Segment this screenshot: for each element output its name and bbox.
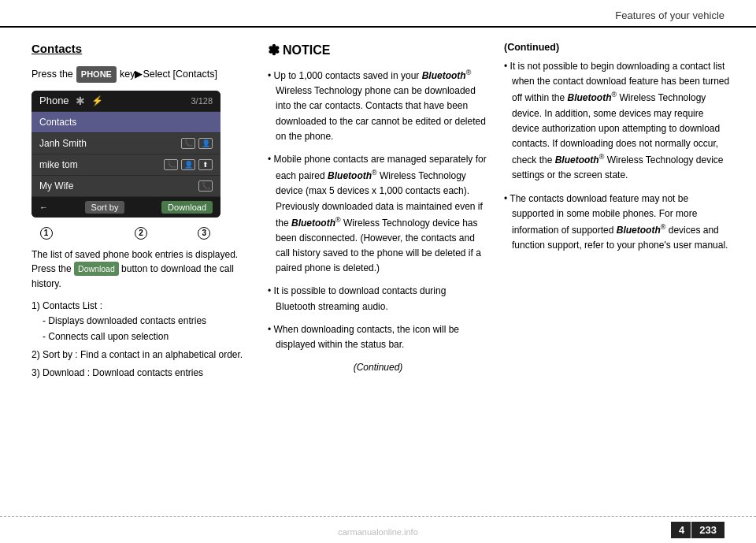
middle-column: ✽ NOTICE Up to 1,000 contacts saved in y… [260, 42, 488, 508]
page-header: Features of your vehicle [0, 0, 756, 28]
section-title: Contacts [32, 42, 252, 55]
page-section: 4 [671, 522, 691, 538]
contact-name-wife: My Wife [39, 180, 73, 192]
continued-middle: (Continued) [268, 360, 488, 375]
right-item-2: The contacts download feature may not be… [504, 192, 732, 254]
reg-right-3: ® [661, 223, 666, 231]
wife-icons: 📞 [198, 180, 213, 192]
right-column: (Continued) It is not possible to begin … [496, 42, 732, 508]
mike-extra-icon-box: ⬆ [198, 159, 213, 170]
list-item-3: 3) Download : Download contacts entries [32, 366, 252, 381]
phone-title: Phone [39, 95, 69, 106]
janh-icons: 📞 👤 [181, 138, 213, 149]
list-items: 1) Contacts List : - Displays downloaded… [32, 299, 252, 381]
contact-list-area: Contacts Janh Smith 📞 👤 mike tom 📞 👤 [32, 112, 220, 196]
contact-row-contacts: Contacts [32, 112, 220, 132]
contact-count: 3/128 [191, 96, 213, 106]
mike-icons: 📞 👤 ⬆ [164, 159, 213, 170]
notice-item-3: It is possible to download contacts duri… [268, 284, 488, 314]
bluetooth-right-2: Bluetooth [555, 154, 599, 166]
circle-2: 2 [135, 227, 147, 240]
notice-list: Up to 1,000 contacts saved in your Bluet… [268, 67, 488, 352]
bluetooth-ref-1: Bluetooth [422, 70, 466, 81]
circle-3: 3 [198, 227, 210, 240]
notice-star: ✽ [268, 42, 280, 59]
mike-phone-icon: 📞 [167, 161, 176, 169]
notice-title: NOTICE [283, 43, 330, 58]
watermark: carmanualonline.info [338, 527, 418, 537]
person-icon: 👤 [202, 139, 210, 147]
bluetooth-ref-2: Bluetooth [328, 170, 372, 181]
reg-right-1: ® [612, 91, 617, 99]
sort-by-button[interactable]: Sort by [85, 201, 125, 214]
phone-icon-box: 📞 [181, 138, 195, 149]
notice-header: ✽ NOTICE [268, 42, 488, 59]
list-item-2: 2) Sort by : Find a contact in an alphab… [32, 348, 252, 363]
notice-item-4: When downloading contacts, the icon will… [268, 322, 488, 352]
reg-right-2: ® [599, 153, 605, 161]
back-icon: ← [39, 203, 48, 212]
mike-extra-icon: ⬆ [202, 161, 209, 169]
download-inline-btn[interactable]: Download [74, 262, 119, 276]
contact-name-janh: Janh Smith [39, 138, 87, 149]
contact-row-janh: Janh Smith 📞 👤 [32, 133, 220, 154]
notice-content: Up to 1,000 contacts saved in your Bluet… [268, 67, 488, 375]
person-icon-box: 👤 [198, 138, 213, 149]
mike-phone-icon-box: 📞 [164, 159, 178, 170]
list-num-1: 1) Contacts List : [32, 300, 102, 311]
wife-phone-icon-box: 📞 [198, 180, 213, 192]
header-title: Features of your vehicle [615, 9, 724, 21]
contact-name-mike: mike tom [39, 159, 78, 170]
right-item-1: It is not possible to begin downloading … [504, 59, 732, 184]
instruction-prefix: Press the [32, 67, 73, 82]
phone-footer: ← Sort by Download [32, 197, 220, 218]
notice-item-2: Mobile phone contacts are managed separa… [268, 152, 488, 277]
sub-item-1a: - Displays downloaded contacts entries [43, 314, 252, 329]
mike-person-icon: 👤 [184, 161, 193, 169]
bluetooth-icon: ✱ [76, 95, 85, 107]
page-num-main: 233 [691, 522, 724, 538]
phone-header-left: Phone ✱ ⚡ [39, 95, 103, 107]
circle-row: 1 2 3 [32, 227, 220, 240]
bluetooth-right-1: Bluetooth [568, 92, 612, 103]
sub-item-1b: - Connects call upon selection [43, 329, 252, 344]
mike-person-icon-box: 👤 [181, 159, 195, 170]
contact-row-wife: My Wife 📞 [32, 176, 220, 196]
instruction-text: Press the PHONE key▶Select [Contacts] [32, 66, 252, 83]
description-text: The list of saved phone book entries is … [32, 247, 252, 292]
content-area: Contacts Press the PHONE key▶Select [Con… [0, 28, 756, 515]
left-column: Contacts Press the PHONE key▶Select [Con… [32, 42, 252, 508]
list-num-2: 2) Sort by : Find a contact in an alphab… [32, 349, 243, 360]
reg-mark-3: ® [335, 216, 341, 224]
contact-row-mike: mike tom 📞 👤 ⬆ [32, 154, 220, 175]
contact-name-contacts: Contacts [39, 117, 76, 128]
download-button-phone[interactable]: Download [161, 201, 213, 214]
phone-ui-header: Phone ✱ ⚡ 3/128 [32, 91, 220, 111]
right-list: It is not possible to begin downloading … [504, 59, 732, 253]
phone-badge: PHONE [76, 66, 117, 83]
phone-icon: 📞 [184, 139, 193, 147]
notice-item-1: Up to 1,000 contacts saved in your Bluet… [268, 67, 488, 144]
bluetooth-ref-3: Bluetooth [291, 218, 335, 229]
list-num-3: 3) Download : Download contacts entries [32, 367, 203, 378]
right-content: It is not possible to begin downloading … [504, 59, 732, 253]
list-item-1: 1) Contacts List : - Displays downloaded… [32, 299, 252, 344]
bluetooth-right-3: Bluetooth [617, 225, 661, 236]
page-number: 4 233 [671, 522, 724, 538]
circle-1: 1 [40, 227, 53, 240]
continued-header: (Continued) [504, 42, 732, 53]
page-footer: 4 233 carmanualonline.info [0, 516, 756, 543]
reg-mark-2: ® [372, 169, 377, 177]
phone-ui-mockup: Phone ✱ ⚡ 3/128 Contacts Janh Smith 📞 👤 [32, 91, 220, 218]
wife-phone-icon: 📞 [202, 182, 210, 190]
phone-signal-icon: ⚡ [91, 95, 103, 106]
reg-mark-1: ® [466, 69, 472, 76]
instruction-suffix: key▶Select [Contacts] [120, 67, 217, 82]
